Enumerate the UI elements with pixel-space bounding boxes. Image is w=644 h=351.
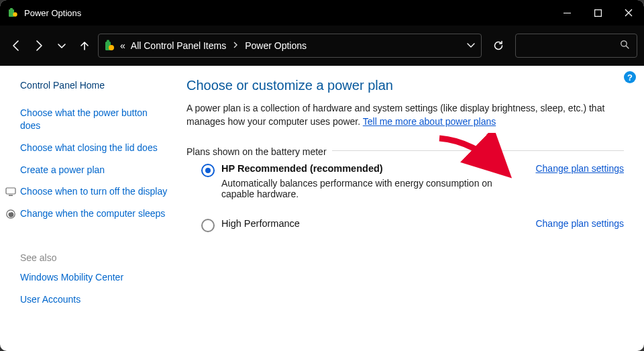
svg-rect-12 (6, 188, 15, 194)
breadcrumb-item-all-control-panel[interactable]: All Control Panel Items (131, 40, 226, 51)
sidebar-link-create-plan[interactable]: Create a power plan (20, 164, 168, 177)
breadcrumb-item-power-options[interactable]: Power Options (245, 40, 307, 51)
tell-me-more-link[interactable]: Tell me more about power plans (363, 116, 496, 127)
sleep-icon (5, 209, 16, 219)
change-plan-settings-high-perf[interactable]: Change plan settings (535, 218, 624, 229)
sidebar-link-power-button[interactable]: Choose what the power button does (20, 107, 168, 132)
address-dropdown-button[interactable] (466, 40, 476, 52)
plans-list: HP Recommended (recommended) Automatical… (186, 151, 624, 232)
sidebar-link-closing-lid[interactable]: Choose what closing the lid does (20, 142, 168, 154)
breadcrumb-guillemets: « (120, 40, 125, 51)
see-also-mobility-center[interactable]: Windows Mobility Center (20, 271, 168, 284)
plan-row-hp-recommended: HP Recommended (recommended) Automatical… (201, 163, 624, 213)
svg-point-2 (13, 12, 17, 16)
svg-rect-1 (10, 8, 13, 10)
svg-point-9 (109, 45, 114, 50)
see-also-label: See also (20, 252, 168, 263)
minimize-button[interactable] (551, 0, 582, 26)
nav-toolbar: « All Control Panel Items Power Options (0, 26, 644, 66)
see-also-user-accounts[interactable]: User Accounts (20, 293, 168, 306)
sidebar-link-sleep[interactable]: Change when the computer sleeps (20, 207, 165, 220)
search-icon (620, 40, 630, 52)
sidebar: Control Panel Home Choose what the power… (0, 66, 174, 351)
power-options-icon (104, 40, 115, 52)
app-icon (8, 8, 17, 17)
svg-line-11 (626, 46, 629, 48)
up-button[interactable] (75, 36, 94, 55)
svg-rect-0 (9, 9, 14, 17)
chevron-right-icon (231, 42, 239, 50)
svg-rect-13 (9, 195, 13, 197)
display-off-icon (5, 187, 16, 197)
help-icon[interactable]: ? (624, 71, 636, 83)
forward-button[interactable] (30, 36, 48, 55)
maximize-button[interactable] (582, 0, 613, 26)
back-button[interactable] (7, 36, 25, 55)
refresh-button[interactable] (486, 34, 511, 57)
control-panel-home-link[interactable]: Control Panel Home (20, 79, 168, 92)
search-box[interactable] (515, 34, 637, 58)
svg-rect-4 (594, 9, 601, 16)
close-button[interactable] (613, 0, 644, 26)
main-panel: ? Choose or customize a power plan A pow… (174, 66, 644, 351)
address-bar[interactable]: « All Control Panel Items Power Options (98, 34, 482, 58)
content-area: Control Panel Home Choose what the power… (0, 66, 644, 351)
plan-name-hp-recommended[interactable]: HP Recommended (recommended) (221, 163, 522, 174)
window-title: Power Options (24, 8, 81, 18)
plan-desc-hp-recommended: Automatically balances performance with … (221, 178, 522, 199)
sidebar-link-display-off[interactable]: Choose when to turn off the display (20, 185, 167, 198)
plans-group-label: Plans shown on the battery meter (186, 146, 332, 157)
page-heading: Choose or customize a power plan (186, 78, 624, 93)
change-plan-settings-hp[interactable]: Change plan settings (535, 163, 624, 174)
recent-locations-button[interactable] (52, 36, 71, 55)
radio-high-performance[interactable] (201, 219, 215, 232)
plan-row-high-performance: High Performance Change plan settings (201, 218, 624, 232)
title-bar: Power Options (0, 0, 644, 26)
plan-name-high-performance[interactable]: High Performance (221, 218, 522, 229)
window-root: Power Options « All Contr (0, 0, 644, 351)
intro-text: A power plan is a collection of hardware… (186, 101, 624, 129)
svg-rect-8 (107, 40, 109, 42)
radio-hp-recommended[interactable] (201, 164, 215, 177)
